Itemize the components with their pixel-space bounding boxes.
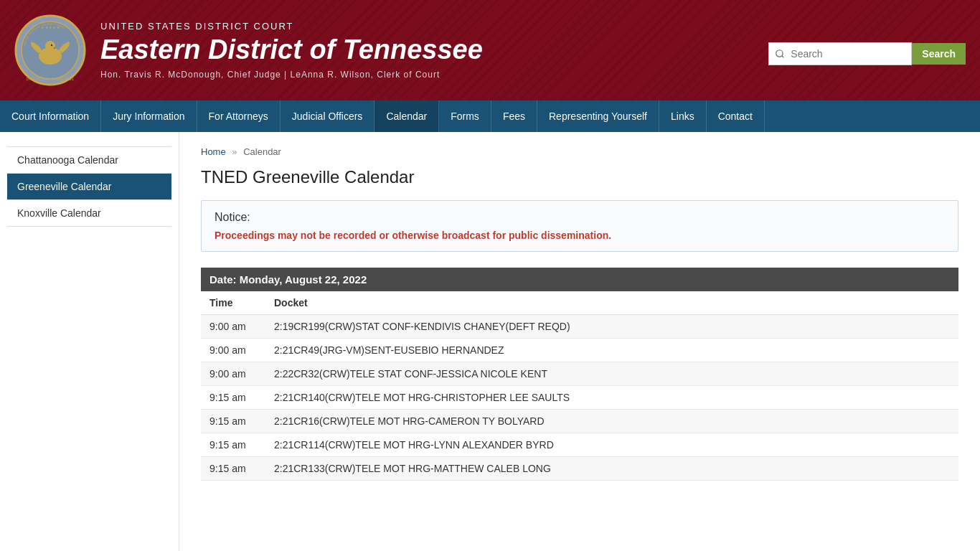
- row-docket: 2:21CR140(CRW)TELE MOT HRG-CHRISTOPHER L…: [265, 386, 958, 410]
- row-docket: 2:21CR16(CRW)TELE MOT HRG-CAMERON TY BOL…: [265, 410, 958, 433]
- court-subtitle: Hon. Travis R. McDonough, Chief Judge | …: [100, 70, 483, 80]
- nav-item-calendar[interactable]: Calendar: [374, 100, 439, 132]
- breadcrumb-home[interactable]: Home: [201, 146, 226, 157]
- main-nav: Court InformationJury InformationFor Att…: [0, 100, 980, 132]
- table-row: 9:15 am2:21CR140(CRW)TELE MOT HRG-CHRIST…: [201, 386, 958, 410]
- col-docket: Docket: [265, 291, 958, 315]
- breadcrumb: Home » Calendar: [201, 146, 958, 157]
- page-title: TNED Greeneville Calendar: [201, 167, 958, 187]
- svg-text:DISTRICT OF TENNESSEE: DISTRICT OF TENNESSEE: [26, 77, 74, 81]
- row-time: 9:15 am: [201, 457, 265, 481]
- nav-item-fees[interactable]: Fees: [491, 100, 537, 132]
- table-row: 9:00 am2:22CR32(CRW)TELE STAT CONF-JESSI…: [201, 362, 958, 386]
- table-row: 9:00 am2:21CR49(JRG-VM)SENT-EUSEBIO HERN…: [201, 339, 958, 362]
- court-name-top: UNITED STATES DISTRICT COURT: [100, 21, 483, 32]
- svg-point-4: [51, 44, 52, 46]
- row-docket: 2:22CR32(CRW)TELE STAT CONF-JESSICA NICO…: [265, 362, 958, 386]
- col-time: Time: [201, 291, 265, 315]
- search-button[interactable]: Search: [912, 43, 966, 65]
- calendar-table: Date: Monday, August 22, 2022 Time Docke…: [201, 268, 958, 481]
- nav-item-judicial-officers[interactable]: Judicial Officers: [281, 100, 375, 132]
- calendar-col-headers: Time Docket: [201, 291, 958, 315]
- row-time: 9:00 am: [201, 315, 265, 339]
- nav-item-links[interactable]: Links: [659, 100, 707, 132]
- header-text: UNITED STATES DISTRICT COURT Eastern Dis…: [100, 21, 483, 80]
- header-brand: ★ ★ ★ ★ ★ DISTRICT OF TENNESSEE UNITED S…: [14, 14, 483, 86]
- breadcrumb-current: Calendar: [243, 146, 281, 157]
- table-row: 9:15 am2:21CR114(CRW)TELE MOT HRG-LYNN A…: [201, 433, 958, 457]
- table-row: 9:15 am2:21CR133(CRW)TELE MOT HRG-MATTHE…: [201, 457, 958, 481]
- svg-point-3: [45, 41, 55, 51]
- calendar-date: Date: Monday, August 22, 2022: [201, 268, 958, 291]
- row-docket: 2:21CR114(CRW)TELE MOT HRG-LYNN ALEXANDE…: [265, 433, 958, 457]
- nav-item-jury-info[interactable]: Jury Information: [101, 100, 197, 132]
- nav-item-for-attorneys[interactable]: For Attorneys: [197, 100, 281, 132]
- table-row: 9:00 am2:19CR199(CRW)STAT CONF-KENDIVIS …: [201, 315, 958, 339]
- sidebar-item-knoxville[interactable]: Knoxville Calendar: [7, 200, 171, 227]
- nav-item-forms[interactable]: Forms: [439, 100, 491, 132]
- row-time: 9:15 am: [201, 410, 265, 433]
- breadcrumb-sep: »: [232, 146, 237, 157]
- row-docket: 2:21CR49(JRG-VM)SENT-EUSEBIO HERNANDEZ: [265, 339, 958, 362]
- nav-item-representing-yourself[interactable]: Representing Yourself: [537, 100, 659, 132]
- search-input[interactable]: [768, 42, 912, 65]
- court-seal: ★ ★ ★ ★ ★ DISTRICT OF TENNESSEE UNITED S…: [14, 14, 86, 86]
- notice-text: Proceedings may not be recorded or other…: [215, 230, 945, 241]
- search-area: Search: [768, 42, 966, 65]
- row-time: 9:00 am: [201, 339, 265, 362]
- court-name-main: Eastern District of Tennessee: [100, 34, 483, 65]
- notice-title: Notice:: [215, 211, 945, 224]
- table-row: 9:15 am2:21CR16(CRW)TELE MOT HRG-CAMERON…: [201, 410, 958, 433]
- sidebar-item-chattanooga[interactable]: Chattanooga Calendar: [7, 146, 171, 174]
- calendar-date-header: Date: Monday, August 22, 2022: [201, 268, 958, 291]
- content-wrapper: Chattanooga CalendarGreeneville Calendar…: [0, 132, 980, 551]
- main-content: Home » Calendar TNED Greeneville Calenda…: [179, 132, 980, 551]
- sidebar: Chattanooga CalendarGreeneville Calendar…: [0, 132, 179, 551]
- site-header: ★ ★ ★ ★ ★ DISTRICT OF TENNESSEE UNITED S…: [0, 0, 980, 100]
- row-time: 9:15 am: [201, 386, 265, 410]
- row-time: 9:15 am: [201, 433, 265, 457]
- sidebar-item-greeneville[interactable]: Greeneville Calendar: [7, 174, 171, 200]
- row-docket: 2:21CR133(CRW)TELE MOT HRG-MATTHEW CALEB…: [265, 457, 958, 481]
- nav-item-court-info[interactable]: Court Information: [0, 100, 101, 132]
- row-docket: 2:19CR199(CRW)STAT CONF-KENDIVIS CHANEY(…: [265, 315, 958, 339]
- notice-box: Notice: Proceedings may not be recorded …: [201, 200, 958, 252]
- nav-item-contact[interactable]: Contact: [707, 100, 765, 132]
- row-time: 9:00 am: [201, 362, 265, 386]
